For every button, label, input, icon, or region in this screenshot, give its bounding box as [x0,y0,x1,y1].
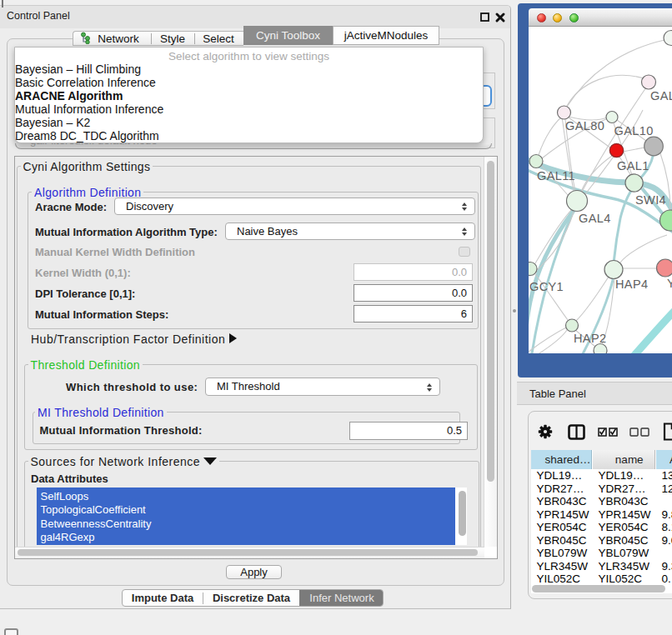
svg-text:GAL4: GAL4 [579,212,611,225]
svg-text:HAP2: HAP2 [574,332,606,345]
svg-text:GAL1: GAL1 [617,159,649,172]
svg-text:Y: Y [667,277,672,290]
svg-text:GAL80: GAL80 [565,119,604,132]
svg-text:HAP4: HAP4 [615,278,648,291]
svg-text:GAL10: GAL10 [614,124,654,138]
svg-text:GAL7: GAL7 [650,89,672,102]
svg-text:GAL11: GAL11 [537,169,575,182]
svg-text:GCY1: GCY1 [529,280,564,293]
svg-text:SWI4: SWI4 [635,193,666,207]
